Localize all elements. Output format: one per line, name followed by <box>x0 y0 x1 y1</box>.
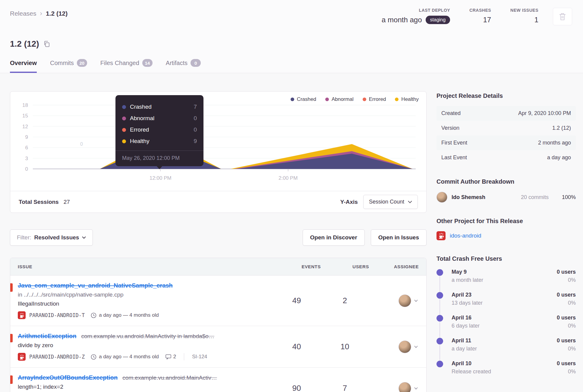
column-users: USERS <box>321 264 369 269</box>
timeline-entry: April 23 0 users 13 days later 0% <box>436 292 576 315</box>
timeline-dot-icon <box>436 361 443 367</box>
author-name: Ido Shemesh <box>452 194 485 201</box>
chart-footer: Total Sessions 27 Y-Axis Session Count <box>10 191 426 213</box>
timeline-relative: a day later <box>452 346 477 352</box>
release-details-table: Created Apr 9, 2020 10:00 PM Version 1.2… <box>436 106 576 165</box>
column-events: EVENTS <box>273 264 321 269</box>
assignee-avatar[interactable] <box>399 382 411 392</box>
timeline-percent: 0% <box>568 300 576 306</box>
issue-row: ArithmeticException com.example.vu.andro… <box>10 326 426 368</box>
tab-files-changed-label: Files Changed <box>100 60 139 67</box>
first-event-label: First Event <box>441 140 467 146</box>
issue-events-count: 40 <box>273 333 321 361</box>
detail-row-created: Created Apr 9, 2020 10:00 PM <box>436 106 576 121</box>
unhandled-indicator <box>10 334 13 342</box>
tab-artifacts-label: Artifacts <box>166 60 188 67</box>
timeline-percent: 0% <box>568 323 576 329</box>
tab-artifacts-badge: 0 <box>191 59 201 67</box>
issues-table-header: ISSUE EVENTS USERS ASSIGNEE <box>10 258 426 275</box>
timeline-dot-icon <box>436 315 443 322</box>
assignee-avatar[interactable] <box>399 294 411 307</box>
tooltip-healthy-value: 9 <box>194 138 197 145</box>
assignee-chevron-down-icon[interactable] <box>414 300 418 302</box>
clock-icon <box>91 313 96 318</box>
environment-badge: staging <box>426 16 450 24</box>
timeline-users: 0 users <box>557 360 576 367</box>
tooltip-errored-value: 0 <box>194 126 197 133</box>
issue-location: in ../../../../src/main/cpp/native-sampl… <box>18 291 273 298</box>
tooltip-crashed-label: Crashed <box>130 104 190 110</box>
timeline-relative: 6 days later <box>452 323 480 329</box>
stat-crashes: CRASHES 17 <box>469 8 491 24</box>
delete-release-button[interactable] <box>553 8 572 25</box>
comment-count: 2 <box>173 354 176 360</box>
comment-icon <box>165 354 171 359</box>
issue-title-link[interactable]: ArrayIndexOutOfBoundsException <box>18 374 118 381</box>
sessions-chart-svg: 036912151812:00 PM2:00 PM <box>10 92 426 182</box>
tooltip-errored-dot-icon <box>122 128 126 132</box>
version-value: 1.2 (12) <box>552 125 571 131</box>
issue-events-count: 90 <box>273 374 321 392</box>
issue-location: com.example.vu.android.MainActiv… <box>122 375 217 381</box>
tab-artifacts[interactable]: Artifacts 0 <box>166 59 201 73</box>
tooltip-healthy-dot-icon <box>122 139 126 143</box>
version-label: Version <box>441 125 459 131</box>
issue-age: a day ago — 4 months old <box>99 354 159 360</box>
detail-row-last-event: Last Event a day ago <box>436 150 576 165</box>
issue-users-count: 2 <box>321 282 369 319</box>
open-in-issues-button[interactable]: Open in Issues <box>371 229 427 246</box>
assignee-chevron-down-icon[interactable] <box>414 346 418 348</box>
timeline-percent: 0% <box>568 277 576 283</box>
timeline-users: 0 users <box>557 292 576 298</box>
issue-title-link[interactable]: Java_com_example_vu_android_NativeSample… <box>18 282 173 289</box>
tab-commits[interactable]: Commits 20 <box>50 59 87 73</box>
column-assignee: ASSIGNEE <box>369 264 426 269</box>
copy-icon[interactable] <box>43 41 50 47</box>
last-deploy-value: a month ago <box>382 16 422 24</box>
timeline-date: April 11 <box>452 338 471 344</box>
chevron-down-icon <box>82 236 86 239</box>
other-project-link[interactable]: idos-android <box>450 232 481 239</box>
breadcrumb-current: 1.2 (12) <box>46 10 68 17</box>
crashes-label: CRASHES <box>469 8 491 13</box>
assignee-chevron-down-icon[interactable] <box>414 387 418 390</box>
timeline-entry: May 9 0 users a month later 0% <box>436 269 576 292</box>
timeline-dot-icon <box>436 292 443 299</box>
svg-text:0: 0 <box>25 166 28 172</box>
breadcrumb-chevron-icon: › <box>40 10 42 17</box>
svg-text:6: 6 <box>25 145 28 151</box>
tab-overview[interactable]: Overview <box>10 59 37 73</box>
release-sidebar: Project Release Details Created Apr 9, 2… <box>436 91 576 392</box>
issues-filter-bar: Filter: Resolved Issues Open in Discover… <box>10 229 427 246</box>
assignee-avatar[interactable] <box>399 341 411 353</box>
tab-files-changed[interactable]: Files Changed 14 <box>100 59 153 73</box>
other-project-row: idos-android <box>436 231 576 240</box>
timeline-percent: 0% <box>568 369 576 375</box>
tooltip-crashed-value: 7 <box>194 104 197 110</box>
timeline-entry: April 10 0 users Release created 0% <box>436 360 576 383</box>
linked-issue-ref[interactable]: SI-124 <box>192 354 207 360</box>
y-axis-select[interactable]: Session Count <box>363 195 418 209</box>
tooltip-date: May 26, 2020 12:00 PM <box>122 155 180 161</box>
svg-text:12: 12 <box>22 124 28 129</box>
timeline-relative: Release created <box>452 369 491 375</box>
java-platform-icon <box>18 311 26 319</box>
issue-culprit: IllegalInstruction <box>18 300 273 307</box>
tab-overview-label: Overview <box>10 60 37 67</box>
crashes-value: 17 <box>469 16 491 24</box>
svg-text:18: 18 <box>22 102 28 108</box>
timeline-relative: 13 days later <box>452 300 483 306</box>
issue-title-link[interactable]: ArithmeticException <box>18 333 76 340</box>
clock-icon <box>91 354 96 360</box>
breadcrumb-releases-link[interactable]: Releases <box>10 10 36 17</box>
timeline-entry: April 11 0 users a day later 0% <box>436 338 576 360</box>
total-sessions-value: 27 <box>64 199 70 205</box>
tooltip-abnormal-dot-icon <box>122 117 126 120</box>
filter-selected-value: Resolved Issues <box>34 234 79 241</box>
detail-row-version: Version 1.2 (12) <box>436 121 576 135</box>
release-stats: LAST DEPLOY a month ago staging CRASHES … <box>382 8 538 24</box>
author-avatar <box>436 192 447 203</box>
open-in-discover-button[interactable]: Open in Discover <box>303 229 365 246</box>
chart-tooltip: Crashed 7 Abnormal 0 Errored 0 <box>115 95 203 166</box>
issues-filter-select[interactable]: Filter: Resolved Issues <box>10 229 93 246</box>
